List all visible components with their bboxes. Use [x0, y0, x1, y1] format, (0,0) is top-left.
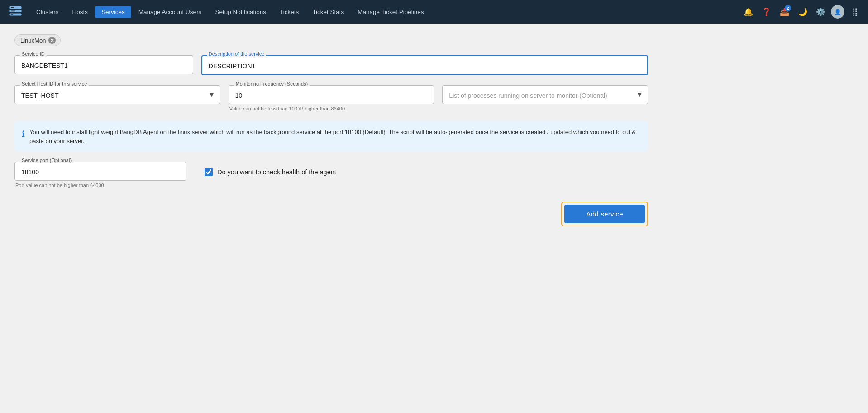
downloads-icon[interactable]: 📥 2	[777, 4, 792, 19]
nav-link-setup-notifications[interactable]: Setup Notifications	[209, 6, 272, 18]
svg-rect-4	[11, 10, 15, 11]
nav-link-tickets[interactable]: Tickets	[273, 6, 305, 18]
nav-icons: 🔔 ❓ 📥 2 🌙 ⚙️ 👤 ⣿	[740, 4, 863, 19]
badge-count: 2	[785, 5, 791, 11]
form-row-2: Select Host ID for this service TEST_HOS…	[14, 85, 648, 111]
add-service-form: Service ID Description of the service Se…	[14, 55, 648, 226]
processes-field: List of processes running on server to m…	[442, 85, 648, 104]
processes-select[interactable]: List of processes running on server to m…	[442, 85, 648, 104]
nav-link-manage-account-users[interactable]: Manage Account Users	[132, 6, 208, 18]
service-id-label: Service ID	[20, 51, 47, 57]
settings-icon[interactable]: ⚙️	[813, 4, 828, 19]
service-id-field: Service ID	[14, 55, 193, 74]
action-row: Add service	[14, 202, 648, 226]
navbar: Clusters Hosts Services Manage Account U…	[0, 0, 868, 24]
nav-link-hosts[interactable]: Hosts	[66, 6, 95, 18]
service-id-input[interactable]	[14, 55, 193, 74]
health-check-label: Do you want to check health of the agent	[217, 168, 336, 176]
add-service-button[interactable]: Add service	[564, 205, 645, 223]
monitoring-freq-hint: Value can not be less than 10 OR higher …	[229, 106, 434, 111]
host-id-label: Select Host ID for this service	[20, 81, 89, 86]
nav-link-clusters[interactable]: Clusters	[30, 6, 65, 18]
nav-link-manage-ticket-pipelines[interactable]: Manage Ticket Pipelines	[351, 6, 430, 18]
description-label: Description of the service	[207, 51, 267, 57]
form-row-1: Service ID Description of the service	[14, 55, 648, 75]
info-circle-icon: ℹ	[22, 128, 25, 140]
help-icon[interactable]: ❓	[758, 4, 774, 19]
monitoring-freq-field: Monitoring Frequency (Seconds) Value can…	[229, 85, 434, 111]
main-content: LinuxMon ✕ Service ID Description of the…	[0, 24, 868, 237]
description-field: Description of the service	[201, 55, 648, 75]
service-port-input[interactable]	[14, 162, 186, 181]
info-box: ℹ You will need to install light weight …	[14, 121, 648, 152]
monitoring-freq-label: Monitoring Frequency (Seconds)	[234, 81, 310, 86]
grid-icon[interactable]: ⣿	[847, 4, 863, 19]
description-input[interactable]	[201, 55, 648, 75]
host-id-select[interactable]: TEST_HOST	[14, 85, 220, 104]
chip-label: LinuxMon	[20, 37, 46, 44]
service-port-field: Service port (Optional) Port value can n…	[14, 162, 186, 188]
service-port-label: Service port (Optional)	[20, 158, 73, 163]
theme-icon[interactable]: 🌙	[795, 4, 810, 19]
form-row-3: Service port (Optional) Port value can n…	[14, 162, 648, 188]
add-service-btn-highlight: Add service	[561, 202, 648, 226]
monitoring-freq-input[interactable]	[229, 85, 434, 104]
nav-link-services[interactable]: Services	[95, 6, 131, 18]
nav-links: Clusters Hosts Services Manage Account U…	[30, 6, 740, 18]
chip-close-button[interactable]: ✕	[48, 37, 56, 44]
host-id-field: Select Host ID for this service TEST_HOS…	[14, 85, 220, 104]
svg-rect-5	[11, 14, 13, 15]
info-text: You will need to install light weight Ba…	[29, 128, 641, 145]
app-logo	[5, 2, 25, 22]
health-check-row: Do you want to check health of the agent	[205, 162, 336, 176]
health-check-checkbox[interactable]	[205, 168, 213, 176]
service-port-hint: Port value can not be higher than 64000	[14, 182, 186, 188]
notifications-icon[interactable]: 🔔	[740, 4, 756, 19]
linuxmon-chip: LinuxMon ✕	[14, 34, 61, 46]
nav-link-ticket-stats[interactable]: Ticket Stats	[306, 6, 350, 18]
avatar[interactable]: 👤	[831, 5, 844, 19]
svg-rect-3	[11, 7, 14, 8]
